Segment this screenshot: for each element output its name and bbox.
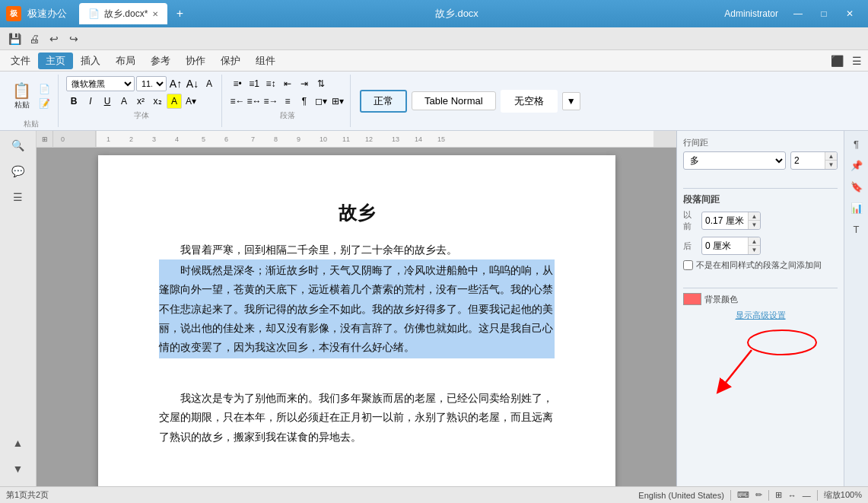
status-separator-1 [730, 490, 731, 501]
pilcrow-button[interactable]: ¶ [297, 94, 312, 109]
close-button[interactable]: ✕ [838, 5, 862, 23]
style-table-normal-button[interactable]: Table Normal [412, 91, 496, 110]
svg-text:11: 11 [342, 135, 350, 143]
sort-button[interactable]: ⇅ [313, 76, 329, 91]
italic-button[interactable]: I [83, 94, 98, 109]
active-tab[interactable]: 📄 故乡.docx* ✕ [79, 3, 167, 24]
sidebar-icon-5[interactable]: T [847, 219, 866, 239]
ribbon-collapse-button[interactable]: ⬛ [828, 53, 845, 69]
styles-area: 正常 Table Normal 无空格 ▼ [354, 75, 863, 127]
undo-quick-button[interactable]: ↩ [46, 30, 62, 47]
before-increment-button[interactable]: ▲ [748, 212, 760, 221]
sidebar-icon-4[interactable]: 📊 [847, 198, 866, 218]
ordered-list-button[interactable]: ≡1 [246, 76, 262, 91]
minimize-button[interactable]: — [786, 5, 810, 23]
multilevel-list-button[interactable]: ≡↕ [263, 76, 278, 91]
font-grow-button[interactable]: A↑ [168, 76, 183, 91]
menu-protect[interactable]: 保护 [213, 53, 248, 69]
clear-format-button[interactable]: A [202, 76, 217, 91]
style-no-space-button[interactable]: 无空格 [501, 90, 558, 113]
svg-text:9: 9 [297, 135, 300, 143]
new-tab-button[interactable]: + [170, 5, 189, 23]
print-quick-button[interactable]: 🖨 [26, 30, 43, 47]
align-right-button[interactable]: ≡→ [263, 94, 278, 109]
scroll-up-icon[interactable]: ▲ [7, 431, 30, 454]
sidebar-icon-2[interactable]: 📌 [847, 155, 866, 175]
redo-quick-button[interactable]: ↪ [65, 30, 82, 47]
tab-close-button[interactable]: ✕ [152, 10, 158, 18]
menu-insert[interactable]: 插入 [73, 53, 108, 69]
increase-indent-button[interactable]: ⇥ [297, 76, 312, 91]
right-panel: 行间距 多 ▲ ▼ 段落间距 以前 [676, 131, 844, 486]
keyboard-icon[interactable]: ⌨ [737, 490, 749, 500]
comment-icon[interactable]: 💬 [7, 160, 30, 183]
underline-button[interactable]: U [100, 94, 115, 109]
ruler-corner: ⊞ [37, 131, 53, 147]
menu-collaborate[interactable]: 协作 [178, 53, 213, 69]
after-label: 后 [683, 240, 697, 252]
subscript-button[interactable]: x₂ [150, 94, 165, 109]
before-decrement-button[interactable]: ▼ [748, 221, 760, 229]
sidebar-icon-3[interactable]: 🔖 [847, 177, 866, 196]
align-center-button[interactable]: ≡↔ [246, 94, 262, 109]
style-normal-button[interactable]: 正常 [360, 90, 407, 113]
after-value-input[interactable] [702, 237, 748, 254]
pilcrow-sidebar-icon[interactable]: ¶ [847, 134, 866, 154]
bold-button[interactable]: B [66, 94, 81, 109]
after-increment-button[interactable]: ▲ [748, 237, 760, 246]
shading-button[interactable]: ◻▾ [313, 94, 329, 109]
highlight-button[interactable]: A [167, 94, 182, 109]
maximize-button[interactable]: □ [812, 5, 836, 23]
menu-file[interactable]: 文件 [3, 53, 38, 69]
nav-icon[interactable]: ☰ [7, 186, 30, 209]
spacing-spin-buttons: ▲ ▼ [825, 152, 837, 169]
spacing-type-select[interactable]: 多 [683, 151, 786, 170]
ruler-corner-icon: ⊞ [42, 135, 48, 143]
menu-components[interactable]: 组件 [248, 53, 283, 69]
paste-format-icon: 📄 [39, 84, 50, 94]
bg-color-row: 背景颜色 [683, 293, 838, 305]
layout-icon-3[interactable]: — [803, 491, 811, 500]
align-left-button[interactable]: ≡← [230, 94, 245, 109]
scroll-down-icon[interactable]: ▼ [7, 457, 30, 480]
decrease-indent-button[interactable]: ⇤ [280, 76, 295, 91]
svg-text:12: 12 [365, 135, 373, 143]
svg-text:15: 15 [437, 135, 445, 143]
spacing-increment-button[interactable]: ▲ [825, 152, 837, 161]
menu-home[interactable]: 主页 [38, 53, 73, 69]
spacing-decrement-button[interactable]: ▼ [825, 161, 837, 169]
doc-scroll[interactable]: 故乡 我冒着严寒，回到相隔二千余里，别了二十余年的故乡去。 时候既然是深冬；渐近… [37, 148, 676, 486]
panel-divider-1 [683, 188, 838, 189]
svg-text:3: 3 [152, 135, 156, 143]
spacing-value-input[interactable] [791, 152, 825, 169]
border-button[interactable]: ⊞▾ [330, 94, 345, 109]
paste-special[interactable]: 📝 [36, 97, 53, 110]
menu-layout[interactable]: 布局 [108, 53, 143, 69]
font-bg-button[interactable]: A▾ [183, 94, 199, 109]
menu-reference[interactable]: 参考 [143, 53, 178, 69]
align-justify-button[interactable]: ≡ [280, 94, 295, 109]
layout-icon-1[interactable]: ⊞ [775, 490, 782, 500]
svg-text:13: 13 [392, 135, 399, 143]
edit-mode-icon[interactable]: ✏ [755, 490, 762, 500]
font-size-select[interactable]: 11.5 [136, 76, 167, 91]
bg-color-swatch[interactable] [683, 293, 701, 305]
same-style-checkbox[interactable] [683, 260, 693, 270]
font-color-button[interactable]: A [116, 94, 132, 109]
font-shrink-button[interactable]: A↓ [185, 76, 200, 91]
after-decrement-button[interactable]: ▼ [748, 246, 760, 254]
save-quick-button[interactable]: 💾 [6, 30, 23, 47]
before-value-input[interactable] [702, 212, 748, 229]
layout-icon-2[interactable]: ↔ [788, 491, 796, 500]
line-spacing-section: 行间距 多 ▲ ▼ [683, 137, 838, 174]
paste-button[interactable]: 📋 粘贴 [9, 75, 34, 117]
superscript-button[interactable]: x² [133, 94, 148, 109]
para-1-text: 我冒着严寒，回到相隔二千余里，别了二十余年的故乡去。 [180, 244, 457, 256]
font-name-select[interactable]: 微软雅黑 [66, 76, 135, 91]
unordered-list-button[interactable]: ≡• [230, 76, 245, 91]
search-icon[interactable]: 🔍 [7, 134, 30, 157]
more-options-button[interactable]: ☰ [848, 53, 865, 69]
advanced-settings-link[interactable]: 显示高级设置 [683, 310, 838, 321]
style-expand-button[interactable]: ▼ [562, 92, 580, 110]
paste-keep-src[interactable]: 📄 [36, 82, 53, 96]
